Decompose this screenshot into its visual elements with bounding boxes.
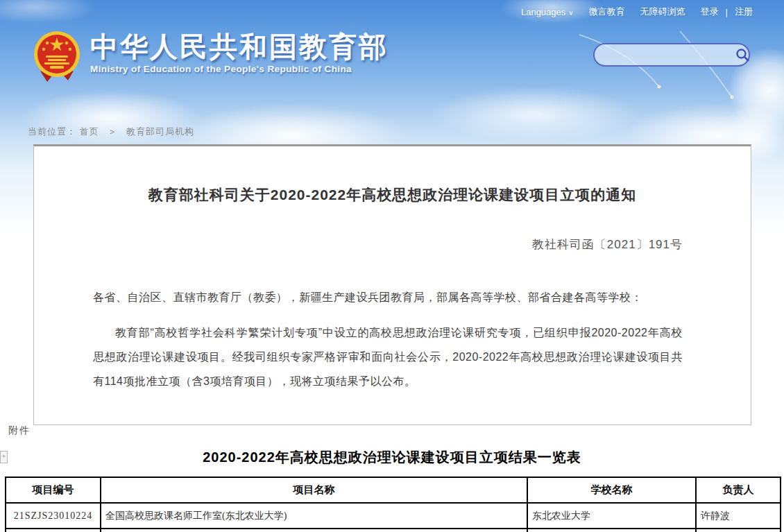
national-emblem-logo[interactable] <box>33 31 80 83</box>
page: Languages∨ 微言教育 无障碍浏览 登录 | 注册 <box>0 0 784 532</box>
search-input[interactable] <box>595 44 735 65</box>
notice-panel: 教育部社科司关于2020-2022年高校思想政治理论课建设项目立项的通知 教社科… <box>33 144 751 425</box>
cell-empty <box>101 529 527 532</box>
login-link[interactable]: 登录 <box>701 6 719 18</box>
col-header-school-name: 学校名称 <box>527 477 696 503</box>
register-link[interactable]: 注册 <box>735 6 753 18</box>
table-row-partial <box>6 529 781 532</box>
breadcrumb-current-link[interactable]: 教育部司局机构 <box>126 126 194 137</box>
cell-project-name: 全国高校思政课名师工作室(东北农业大学) <box>101 503 527 529</box>
site-title: 中华人民共和国教育部 <box>90 31 389 62</box>
cell-leader: 许静波 <box>696 503 781 529</box>
breadcrumb: 当前位置： 首页 ＞ 教育部司局机构 <box>28 126 194 138</box>
site-header: 中华人民共和国教育部 Ministry of Education of the … <box>33 31 389 83</box>
cell-empty <box>6 529 101 532</box>
notice-paragraph: 教育部“高校哲学社会科学繁荣计划专项”中设立的高校思想政治理论课研究专项，已组织… <box>34 320 751 393</box>
search-icon <box>735 48 749 62</box>
cell-project-code: 21SZJS23010224 <box>6 503 101 529</box>
notice-doc-number: 教社科司函〔2021〕191号 <box>34 237 751 252</box>
top-utility-bar: Languages∨ 微言教育 无障碍浏览 登录 | 注册 <box>521 6 753 18</box>
col-header-project-name: 项目名称 <box>101 477 527 503</box>
weiyan-link[interactable]: 微言教育 <box>589 6 625 18</box>
results-table: 项目编号 项目名称 学校名称 负责人 21SZJS23010224 全国高校思政… <box>5 477 781 532</box>
accessibility-link[interactable]: 无障碍浏览 <box>640 6 685 18</box>
languages-menu[interactable]: Languages∨ <box>521 7 574 17</box>
col-header-project-code: 项目编号 <box>6 477 101 503</box>
table-row: 21SZJS23010224 全国高校思政课名师工作室(东北农业大学) 东北农业… <box>6 503 781 529</box>
search-box <box>593 43 750 67</box>
table-header-row: 项目编号 项目名称 学校名称 负责人 <box>6 477 781 503</box>
chevron-down-icon: ∨ <box>568 9 573 17</box>
breadcrumb-home-link[interactable]: 首页 <box>80 126 99 137</box>
cell-empty <box>527 529 696 532</box>
site-subtitle: Ministry of Education of the People's Re… <box>90 64 389 74</box>
notice-title: 教育部社科司关于2020-2022年高校思想政治理论课建设项目立项的通知 <box>34 185 751 205</box>
breadcrumb-prefix: 当前位置： <box>28 126 76 137</box>
cell-school-name: 东北农业大学 <box>527 503 696 529</box>
search-button[interactable] <box>735 44 749 65</box>
cell-empty <box>696 529 781 532</box>
col-header-leader: 负责人 <box>696 477 781 503</box>
breadcrumb-separator: ＞ <box>108 126 117 137</box>
notice-salutation: 各省、自治区、直辖市教育厅（教委），新疆生产建设兵团教育局，部属各高等学校、部省… <box>34 291 751 305</box>
languages-label: Languages <box>521 7 565 17</box>
results-table-title: 2020-2022年高校思想政治理论课建设项目立项结果一览表 <box>0 448 784 467</box>
dandelion-seeds-decoration <box>576 21 756 118</box>
attachment-label: 附件 <box>8 424 31 437</box>
auth-divider: | <box>726 7 728 17</box>
